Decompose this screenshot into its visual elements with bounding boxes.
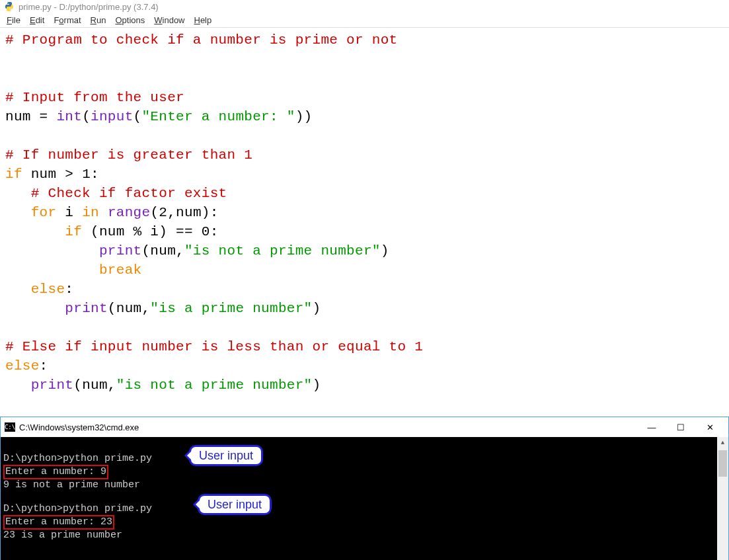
terminal-line: D:\python>python prime.py: [3, 503, 152, 514]
code-text: (num,: [73, 378, 116, 393]
code-comment: # Else if input number is less than or e…: [5, 339, 423, 354]
idle-window-title: prime.py - D:/python/prime.py (3.7.4): [19, 2, 159, 12]
code-text: ): [381, 243, 389, 259]
cmd-window: C:\ C:\Windows\system32\cmd.exe — ☐ ✕ D:…: [0, 417, 729, 560]
maximize-button[interactable]: ☐: [666, 418, 695, 436]
menu-file[interactable]: File: [7, 15, 20, 25]
idle-editor-window: prime.py - D:/python/prime.py (3.7.4) Fi…: [0, 0, 729, 397]
menu-format[interactable]: Format: [54, 15, 81, 25]
code-text: [99, 205, 108, 220]
menu-options[interactable]: Options: [115, 15, 145, 25]
code-text: (: [82, 109, 91, 124]
idle-title-bar[interactable]: prime.py - D:/python/prime.py (3.7.4): [0, 0, 729, 13]
code-text: (2,num):: [150, 205, 218, 220]
code-indent: [5, 243, 99, 259]
code-string: "Enter a number: ": [141, 109, 295, 124]
code-comment: # Input from the user: [5, 90, 184, 105]
code-keyword: if: [5, 167, 22, 182]
code-indent: [5, 378, 31, 393]
code-keyword: in: [82, 205, 99, 220]
close-button[interactable]: ✕: [695, 418, 724, 436]
code-text: num > 1:: [22, 167, 99, 182]
callout-annotation: User input: [189, 445, 263, 466]
code-string: "is not a prime number": [116, 378, 313, 393]
code-text: ): [313, 301, 321, 316]
code-builtin: int: [56, 109, 82, 124]
code-text: num: [5, 109, 40, 124]
code-text: :: [65, 282, 73, 297]
cmd-title-left: C:\ C:\Windows\system32\cmd.exe: [5, 422, 139, 432]
code-builtin: print: [65, 301, 108, 316]
code-keyword: break: [99, 262, 142, 278]
code-text: )): [295, 109, 313, 124]
terminal-line: 23 is a prime number: [3, 530, 122, 541]
code-comment: # Check if factor exist: [5, 186, 227, 201]
code-keyword: if: [65, 224, 82, 239]
code-indent: [5, 262, 99, 278]
code-builtin: print: [99, 243, 142, 259]
code-builtin: print: [31, 378, 74, 393]
code-comment: # If number is greater than 1: [5, 147, 252, 163]
code-keyword: for: [31, 205, 57, 220]
code-indent: [5, 205, 31, 220]
code-text: ): [313, 378, 321, 393]
cmd-icon: C:\: [5, 422, 15, 432]
cmd-window-controls: — ☐ ✕: [637, 418, 724, 436]
code-text: (num % i) == 0:: [82, 224, 218, 239]
cmd-title-bar[interactable]: C:\ C:\Windows\system32\cmd.exe — ☐ ✕: [1, 417, 728, 437]
menu-help[interactable]: Help: [194, 15, 212, 25]
code-text: i: [56, 205, 82, 220]
svg-point-0: [7, 3, 8, 3]
menu-run[interactable]: Run: [91, 15, 106, 25]
menu-window[interactable]: Window: [154, 15, 184, 25]
code-text: (num,: [108, 301, 151, 316]
code-editor[interactable]: # Program to check if a number is prime …: [0, 28, 729, 397]
code-text: =: [40, 109, 57, 124]
code-builtin: range: [108, 205, 151, 220]
cmd-window-title: C:\Windows\system32\cmd.exe: [19, 422, 139, 432]
scroll-thumb[interactable]: [718, 450, 727, 477]
highlighted-input: Enter a number: 23: [3, 515, 114, 530]
python-icon: [4, 1, 15, 12]
cmd-scrollbar[interactable]: ▲: [717, 437, 728, 560]
code-comment: # Program to check if a number is prime …: [5, 32, 398, 48]
menu-edit[interactable]: Edit: [30, 15, 44, 25]
code-string: "is a prime number": [150, 301, 312, 316]
code-indent: [5, 282, 31, 297]
minimize-button[interactable]: —: [637, 418, 666, 436]
terminal-line: 9 is not a prime number: [3, 479, 140, 491]
highlighted-input: Enter a number: 9: [3, 465, 108, 479]
scroll-up-arrow[interactable]: ▲: [717, 437, 728, 448]
code-indent: [5, 224, 65, 239]
svg-point-1: [10, 10, 11, 11]
code-keyword: else: [5, 358, 40, 374]
cmd-terminal-body[interactable]: D:\python>python prime.py Enter a number…: [1, 437, 728, 560]
code-builtin: input: [91, 109, 134, 124]
code-text: (num,: [141, 243, 184, 259]
idle-menu-bar: File Edit Format Run Options Window Help: [0, 13, 729, 28]
callout-annotation: User input: [198, 494, 272, 515]
code-text: :: [40, 358, 48, 374]
code-keyword: else: [31, 282, 65, 297]
code-string: "is not a prime number": [184, 243, 381, 259]
terminal-line: D:\python>python prime.py: [3, 453, 152, 464]
code-indent: [5, 301, 65, 316]
code-text: (: [134, 109, 142, 124]
